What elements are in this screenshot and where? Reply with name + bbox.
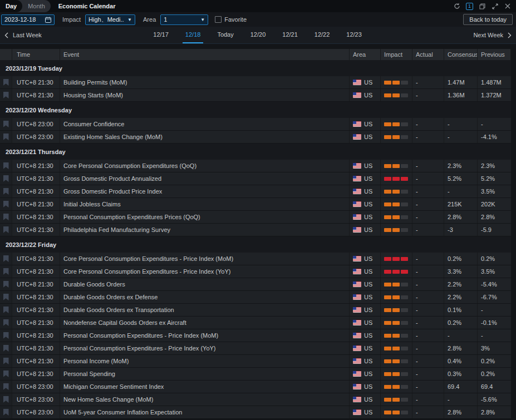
week-day[interactable]: 12/17 (150, 27, 171, 43)
favorite-checkbox-wrap[interactable]: Favorite (215, 16, 247, 23)
impact-bars-medium (384, 283, 408, 286)
tab-month[interactable]: Month (22, 0, 51, 12)
event-previous: 3.5% (478, 265, 511, 278)
bookmark-icon[interactable] (3, 345, 9, 352)
bookmark-icon[interactable] (3, 396, 9, 403)
event-previous: - (478, 304, 511, 316)
bookmark-icon[interactable] (3, 281, 9, 288)
impact-indicator (381, 89, 412, 101)
event-row[interactable]: UTC+8 21:30Personal Consumption Expendit… (0, 211, 511, 224)
last-week-button[interactable]: Last Week (4, 27, 42, 43)
impact-indicator (381, 265, 412, 278)
bookmark-icon[interactable] (3, 79, 9, 86)
restore-icon[interactable] (478, 2, 486, 10)
event-time: UTC+8 21:30 (12, 265, 60, 278)
event-previous: - (478, 329, 511, 342)
bookmark-icon[interactable] (3, 201, 9, 207)
event-row[interactable]: UTC+8 21:30Core Personal Consumption Exp… (0, 253, 511, 265)
event-consensus: -3 (444, 224, 478, 236)
event-row[interactable]: UTC+8 21:30Building Permits (MoM)US-1.47… (0, 76, 511, 89)
week-day[interactable]: Today (214, 27, 236, 43)
event-row[interactable]: UTC+8 23:00Michigan Consumer Sentiment I… (0, 381, 511, 393)
bookmark-cell (0, 160, 12, 172)
event-row[interactable]: UTC+8 21:30Personal Income (MoM)US-0.4%0… (0, 355, 511, 368)
bookmark-cell (0, 317, 12, 329)
bookmark-icon[interactable] (3, 92, 9, 98)
event-row[interactable]: UTC+8 21:30Nondefense Capital Goods Orde… (0, 317, 511, 329)
event-actual: - (412, 393, 444, 406)
impact-filter-dropdown[interactable]: High、Medi... ▼ (85, 14, 135, 25)
bookmark-icon[interactable] (3, 319, 9, 326)
impact-indicator (381, 224, 412, 236)
bookmark-icon[interactable] (3, 268, 9, 275)
event-row[interactable]: UTC+8 21:30Personal Consumption Expendit… (0, 329, 511, 342)
bookmark-icon[interactable] (3, 121, 9, 127)
date-picker-input[interactable]: 2023-12-18 (1, 14, 55, 25)
favorite-checkbox[interactable] (215, 16, 222, 23)
close-icon[interactable] (504, 2, 512, 10)
bookmark-icon[interactable] (3, 307, 9, 313)
panel-count-badge[interactable]: 1 (466, 3, 473, 10)
event-name: New Home Sales Change (MoM) (60, 393, 350, 406)
bookmark-icon[interactable] (3, 294, 9, 300)
bookmark-icon[interactable] (3, 226, 9, 233)
bookmark-icon[interactable] (3, 188, 9, 195)
next-week-button[interactable]: Next Week (473, 27, 512, 43)
event-row[interactable]: UTC+8 23:00UoM 5-year Consumer Inflation… (0, 406, 511, 419)
event-row[interactable]: UTC+8 21:30Personal Consumption Expendit… (0, 342, 511, 355)
area-label: US (364, 358, 372, 364)
event-consensus: 2.8% (444, 342, 478, 354)
us-flag-icon (353, 345, 361, 351)
event-actual: - (412, 185, 444, 197)
expand-icon[interactable] (491, 2, 499, 10)
event-row[interactable]: UTC+8 21:30Gross Domestic Product Annual… (0, 172, 511, 185)
event-actual: - (412, 172, 444, 185)
event-name: Nondefense Capital Goods Orders ex Aircr… (60, 317, 350, 329)
area-filter-dropdown[interactable]: 1 ▼ (160, 14, 208, 25)
event-row[interactable]: UTC+8 21:30Durable Goods Orders ex Trans… (0, 304, 511, 317)
bookmark-icon[interactable] (3, 134, 9, 140)
bookmark-icon[interactable] (3, 255, 9, 262)
us-flag-icon (353, 92, 361, 98)
bookmark-icon[interactable] (3, 332, 9, 339)
event-name: Personal Spending (60, 368, 350, 380)
event-actual: - (412, 118, 444, 130)
us-flag-icon (353, 281, 361, 287)
bookmark-icon[interactable] (3, 383, 9, 390)
event-previous: 202K (478, 198, 511, 210)
event-name: Gross Domestic Product Annualized (60, 172, 350, 185)
event-previous: -5.4% (478, 278, 511, 290)
bookmark-icon[interactable] (3, 162, 9, 169)
event-row[interactable]: UTC+8 21:30Philadelphia Fed Manufacturin… (0, 224, 511, 236)
refresh-icon[interactable] (453, 2, 461, 10)
bookmark-icon[interactable] (3, 214, 9, 220)
event-time: UTC+8 21:30 (12, 304, 60, 316)
week-day[interactable]: 12/21 (279, 27, 301, 43)
tab-day[interactable]: Day (0, 0, 22, 12)
bookmark-icon[interactable] (3, 358, 9, 364)
event-row[interactable]: UTC+8 23:00Existing Home Sales Change (M… (0, 131, 511, 144)
event-row[interactable]: UTC+8 21:30Initial Jobless ClaimsUS-215K… (0, 198, 511, 211)
event-row[interactable]: UTC+8 23:00New Home Sales Change (MoM)US… (0, 393, 511, 406)
event-row[interactable]: UTC+8 21:30Personal SpendingUS-0.3%0.2% (0, 368, 511, 381)
bookmark-icon[interactable] (3, 370, 9, 377)
bookmark-icon[interactable] (3, 409, 9, 416)
bookmark-icon[interactable] (3, 175, 9, 182)
area-label: US (364, 332, 372, 339)
event-row[interactable]: UTC+8 21:30Durable Goods OrdersUS-2.2%-5… (0, 278, 511, 291)
event-row[interactable]: UTC+8 21:30Gross Domestic Product Price … (0, 185, 511, 198)
week-day[interactable]: 12/22 (312, 27, 333, 43)
event-row[interactable]: UTC+8 23:00Consumer ConfidenceUS--- (0, 118, 511, 131)
week-day[interactable]: 12/23 (343, 27, 365, 43)
event-row[interactable]: UTC+8 21:30Housing Starts (MoM)US-1.36M1… (0, 89, 511, 102)
event-area: US (350, 131, 381, 143)
event-area: US (350, 185, 381, 197)
week-day-selected[interactable]: 12/18 (183, 27, 204, 43)
back-to-today-button[interactable]: Back to today (463, 14, 513, 25)
week-day[interactable]: 12/20 (248, 27, 269, 43)
event-area: US (350, 224, 381, 236)
event-row[interactable]: UTC+8 21:30Durable Goods Orders ex Defen… (0, 291, 511, 304)
event-row[interactable]: UTC+8 21:30Core Personal Consumption Exp… (0, 160, 511, 172)
event-time: UTC+8 21:30 (12, 278, 60, 290)
event-row[interactable]: UTC+8 21:30Core Personal Consumption Exp… (0, 265, 511, 278)
